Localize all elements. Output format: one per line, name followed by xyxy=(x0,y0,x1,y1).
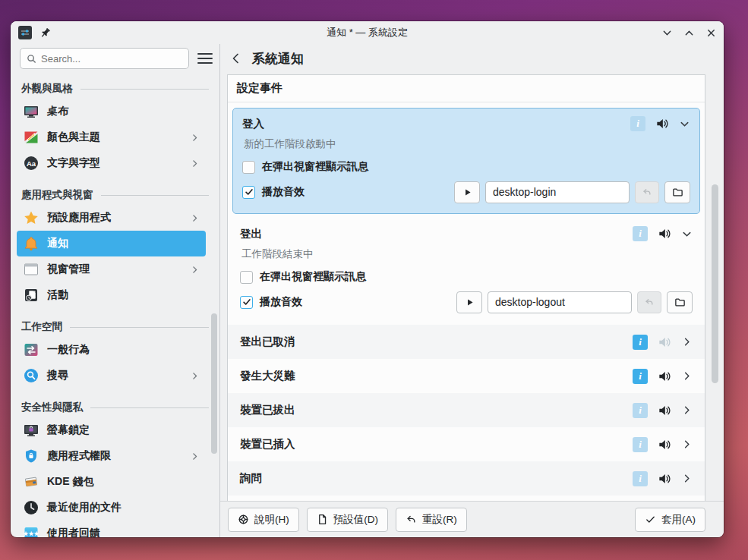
event-title: 登入 xyxy=(242,117,264,131)
play-sound-option[interactable]: 播放音效 xyxy=(240,288,693,316)
checkbox-checked[interactable] xyxy=(242,186,255,199)
event-logout[interactable]: 登出 i 工作階段結束中 在彈出視窗裡顯示訊息 xyxy=(228,214,705,325)
speaker-icon xyxy=(657,471,672,486)
search-blue-icon xyxy=(23,367,39,384)
sidebar-item-window-management[interactable]: 視窗管理 xyxy=(17,256,206,282)
events-panel: 設定事件 登入 i 新的工作階段啟動中 xyxy=(227,74,705,501)
expand-chevron-icon[interactable] xyxy=(681,473,693,484)
sidebar-item-label: 文字與字型 xyxy=(47,156,100,170)
events-content: 設定事件 登入 i 新的工作階段啟動中 xyxy=(220,73,724,501)
notifications-bell-icon xyxy=(23,235,39,252)
sidebar-section-apps-windows: 應用程式與視窗 xyxy=(11,185,219,205)
sound-file-input[interactable] xyxy=(488,291,632,313)
collapse-chevron-icon[interactable] xyxy=(681,228,693,240)
search-input[interactable] xyxy=(20,48,189,69)
wallpaper-icon xyxy=(23,103,39,120)
speaker-icon xyxy=(655,116,670,131)
hamburger-menu-button[interactable] xyxy=(195,50,215,67)
sidebar-item-label: 一般行為 xyxy=(47,343,90,357)
sidebar-item-colors-themes[interactable]: 顏色與主題 xyxy=(17,124,206,150)
kde-wallet-icon xyxy=(23,473,39,490)
event-row-logout-canceled[interactable]: 登出已取消 i xyxy=(228,325,705,359)
user-feedback-stars-icon: ★★★ xyxy=(23,525,39,537)
content-scrollbar[interactable] xyxy=(712,184,718,383)
info-icon: i xyxy=(633,335,648,350)
checkbox-checked[interactable] xyxy=(240,296,253,309)
page-title: 系統通知 xyxy=(252,50,304,68)
titlebar: 通知 * — 系統設定 xyxy=(11,21,724,44)
expand-chevron-icon[interactable] xyxy=(681,404,693,416)
event-row-catastrophe[interactable]: 發生大災難 i xyxy=(228,359,705,393)
event-context: 工作階段結束中 xyxy=(240,247,693,266)
event-login[interactable]: 登入 i 新的工作階段啟動中 在彈出視窗裡顯示訊息 xyxy=(232,108,700,214)
text-fonts-icon: Aa xyxy=(23,155,39,171)
event-row-label: 發生大災難 xyxy=(240,369,295,383)
system-settings-window: 通知 * — 系統設定 外觀與風格 xyxy=(11,21,724,537)
play-sound-option[interactable]: 播放音效 xyxy=(242,178,690,206)
minimize-button[interactable] xyxy=(662,28,672,38)
sidebar-item-screen-locking[interactable]: 螢幕鎖定 xyxy=(17,417,206,443)
footer-bar: 說明(H) 預設值(D) 重設(R) 套用(A) xyxy=(220,501,724,537)
sidebar-item-label: KDE 錢包 xyxy=(47,475,93,489)
browse-sound-button[interactable] xyxy=(664,181,690,203)
browse-sound-button[interactable] xyxy=(667,291,693,313)
sidebar-item-label: 應用程式權限 xyxy=(47,449,111,463)
defaults-button[interactable]: 預設值(D) xyxy=(307,508,388,532)
checkbox-unchecked[interactable] xyxy=(240,271,253,284)
sidebar-scrollbar[interactable] xyxy=(211,313,217,454)
search-icon xyxy=(27,54,36,64)
sidebar-item-default-applications[interactable]: 預設應用程式 xyxy=(17,205,206,231)
show-popup-option[interactable]: 在彈出視窗裡顯示訊息 xyxy=(242,156,690,178)
general-behavior-icon xyxy=(23,341,39,358)
sidebar-item-notifications[interactable]: 通知 xyxy=(17,231,206,256)
expand-chevron-icon[interactable] xyxy=(681,370,693,382)
check-icon xyxy=(645,514,656,525)
sidebar-item-label: 桌布 xyxy=(47,105,68,118)
pin-icon[interactable] xyxy=(39,27,52,39)
svg-text:Aa: Aa xyxy=(27,159,36,168)
event-row-label: 裝置已插入 xyxy=(240,437,295,451)
sidebar-item-activities[interactable]: 活動 xyxy=(17,282,206,308)
search-field[interactable] xyxy=(41,53,182,64)
default-apps-star-icon xyxy=(23,209,39,226)
sidebar-item-user-feedback[interactable]: ★★★ 使用者回饋 xyxy=(17,521,206,537)
revert-sound-button-disabled xyxy=(637,291,661,313)
event-row-label: 登出已取消 xyxy=(240,335,295,349)
event-row-query[interactable]: 詢問 i xyxy=(228,461,705,496)
checkbox-unchecked[interactable] xyxy=(242,161,255,174)
sidebar-item-wallpaper[interactable]: 桌布 xyxy=(17,99,206,124)
expand-chevron-icon[interactable] xyxy=(681,336,693,348)
sidebar-item-kde-wallet[interactable]: KDE 錢包 xyxy=(17,469,206,495)
info-icon: i xyxy=(633,471,648,486)
event-row-device-plugged-in[interactable]: 裝置已插入 i xyxy=(228,427,705,461)
sidebar-item-recent-documents[interactable]: 最近使用的文件 xyxy=(17,495,206,521)
collapse-chevron-icon[interactable] xyxy=(679,118,690,130)
sidebar-item-application-permissions[interactable]: 應用程式權限 xyxy=(17,443,206,469)
chevron-right-icon xyxy=(190,213,200,223)
sidebar-item-search[interactable]: 搜尋 xyxy=(17,363,206,389)
sidebar-item-general-behavior[interactable]: 一般行為 xyxy=(17,337,206,363)
sidebar-item-label: 顏色與主題 xyxy=(47,131,100,144)
show-popup-option[interactable]: 在彈出視窗裡顯示訊息 xyxy=(240,266,693,288)
window-title: 通知 * — 系統設定 xyxy=(11,26,724,39)
sidebar-item-label: 最近使用的文件 xyxy=(47,501,122,514)
sound-file-input[interactable] xyxy=(485,181,630,203)
info-icon: i xyxy=(633,403,648,418)
sidebar-item-text-fonts[interactable]: Aa 文字與字型 xyxy=(17,150,206,176)
apply-button[interactable]: 套用(A) xyxy=(635,508,705,532)
help-button[interactable]: 說明(H) xyxy=(228,508,299,532)
recent-documents-clock-icon xyxy=(23,499,39,516)
event-title: 登出 xyxy=(240,227,262,241)
sidebar-item-label: 預設應用程式 xyxy=(47,211,111,225)
play-sound-button[interactable] xyxy=(456,291,482,313)
reset-button[interactable]: 重設(R) xyxy=(396,508,467,532)
app-permissions-shield-icon xyxy=(23,448,39,464)
checkbox-label: 在彈出視窗裡顯示訊息 xyxy=(262,160,368,174)
maximize-button[interactable] xyxy=(684,28,694,38)
close-button[interactable] xyxy=(706,28,716,38)
expand-chevron-icon[interactable] xyxy=(681,439,693,450)
back-button[interactable] xyxy=(229,52,243,65)
checkbox-label: 在彈出視窗裡顯示訊息 xyxy=(260,270,366,284)
play-sound-button[interactable] xyxy=(454,181,480,203)
event-row-device-unplugged[interactable]: 裝置已拔出 i xyxy=(228,393,705,427)
